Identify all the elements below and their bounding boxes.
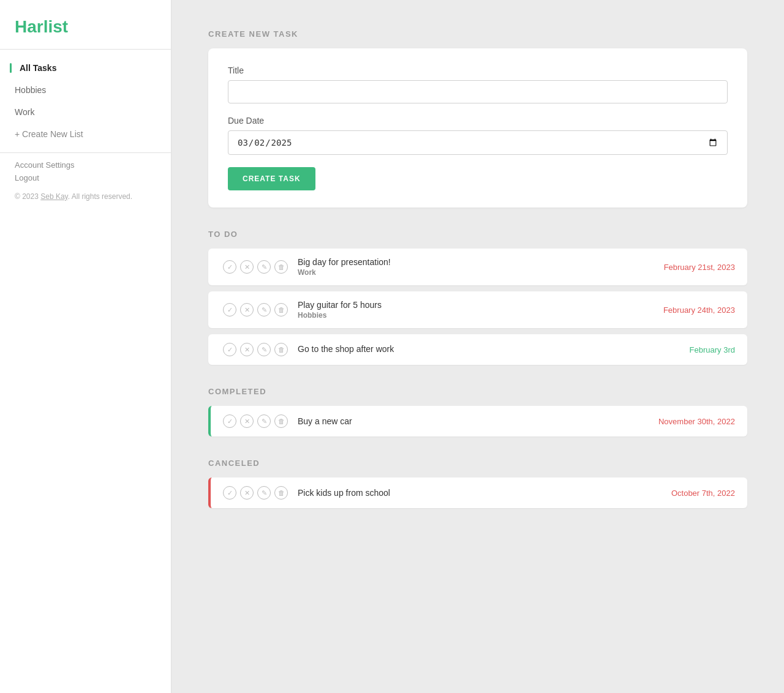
logout-link[interactable]: Logout [15, 173, 156, 182]
delete-icon[interactable]: 🗑 [274, 414, 288, 428]
app-logo: Harlist [0, 0, 171, 49]
task-action-icons: ✓ ✕ ✎ 🗑 [223, 260, 288, 274]
completed-section: COMPLETED ✓ ✕ ✎ 🗑 Buy a new car November… [208, 387, 747, 436]
create-new-list-button[interactable]: + Create New List [0, 123, 171, 145]
task-action-icons: ✓ ✕ ✎ 🗑 [223, 486, 288, 500]
cancel-icon[interactable]: ✕ [240, 260, 254, 274]
create-task-card: Title Due Date CREATE TASK [208, 48, 747, 208]
cancel-icon[interactable]: ✕ [240, 486, 254, 500]
copyright: © 2023 Seb Kay. All rights reserved. [0, 182, 171, 215]
bottom-links: Account Settings Logout [0, 160, 171, 182]
todo-section: TO DO ✓ ✕ ✎ 🗑 Big day for presentation! … [208, 230, 747, 365]
edit-icon[interactable]: ✎ [257, 303, 271, 317]
task-date: February 24th, 2023 [663, 305, 735, 315]
task-date: October 7th, 2022 [671, 489, 735, 498]
create-task-button[interactable]: CREATE TASK [228, 167, 315, 190]
sidebar-item-hobbies[interactable]: Hobbies [0, 79, 171, 101]
delete-icon[interactable]: 🗑 [274, 486, 288, 500]
cancel-icon[interactable]: ✕ [240, 414, 254, 428]
task-action-icons: ✓ ✕ ✎ 🗑 [223, 414, 288, 428]
complete-icon[interactable]: ✓ [223, 303, 236, 317]
sidebar-item-label: All Tasks [20, 63, 56, 73]
task-action-icons: ✓ ✕ ✎ 🗑 [223, 303, 288, 317]
task-item: ✓ ✕ ✎ 🗑 Big day for presentation! Work F… [208, 249, 747, 285]
canceled-section: CANCELED ✓ ✕ ✎ 🗑 Pick kids up from schoo… [208, 459, 747, 508]
cancel-icon[interactable]: ✕ [240, 343, 254, 356]
title-label: Title [228, 66, 728, 75]
todo-title: TO DO [208, 230, 747, 239]
complete-icon[interactable]: ✓ [223, 260, 236, 274]
complete-icon[interactable]: ✓ [223, 343, 236, 356]
task-item: ✓ ✕ ✎ 🗑 Play guitar for 5 hours Hobbies … [208, 291, 747, 328]
delete-icon[interactable]: 🗑 [274, 260, 288, 274]
account-settings-link[interactable]: Account Settings [15, 160, 156, 170]
bottom-divider [0, 152, 171, 153]
task-title: Go to the shop after work [298, 344, 677, 354]
cancel-icon[interactable]: ✕ [240, 303, 254, 317]
due-date-label: Due Date [228, 116, 728, 125]
task-info: Pick kids up from school [298, 488, 659, 498]
task-date: November 30th, 2022 [658, 417, 735, 426]
create-task-section: CREATE NEW TASK Title Due Date CREATE TA… [208, 29, 747, 208]
task-item: ✓ ✕ ✎ 🗑 Go to the shop after work Februa… [208, 334, 747, 365]
task-info: Buy a new car [298, 416, 646, 426]
edit-icon[interactable]: ✎ [257, 486, 271, 500]
due-date-input[interactable] [228, 130, 728, 155]
task-info: Big day for presentation! Work [298, 257, 652, 277]
task-date: February 21st, 2023 [664, 263, 735, 272]
create-task-title: CREATE NEW TASK [208, 29, 747, 39]
edit-icon[interactable]: ✎ [257, 343, 271, 356]
sidebar-item-work[interactable]: Work [0, 101, 171, 123]
nav-divider [0, 49, 171, 50]
task-list-name: Hobbies [298, 311, 651, 320]
task-list-name: Work [298, 268, 652, 277]
task-info: Go to the shop after work [298, 344, 677, 355]
task-action-icons: ✓ ✕ ✎ 🗑 [223, 343, 288, 356]
author-link[interactable]: Seb Kay [40, 192, 67, 201]
due-date-form-group: Due Date [228, 116, 728, 155]
sidebar: Harlist All Tasks Hobbies Work + Create … [0, 0, 172, 693]
task-title: Big day for presentation! [298, 257, 652, 267]
sidebar-item-label: Work [15, 107, 34, 117]
delete-icon[interactable]: 🗑 [274, 303, 288, 317]
title-input[interactable] [228, 80, 728, 103]
task-info: Play guitar for 5 hours Hobbies [298, 300, 651, 320]
main-content: CREATE NEW TASK Title Due Date CREATE TA… [172, 0, 784, 693]
sidebar-item-label: Hobbies [15, 85, 46, 95]
edit-icon[interactable]: ✎ [257, 260, 271, 274]
edit-icon[interactable]: ✎ [257, 414, 271, 428]
sidebar-item-all-tasks[interactable]: All Tasks [0, 57, 171, 79]
delete-icon[interactable]: 🗑 [274, 343, 288, 356]
completed-title: COMPLETED [208, 387, 747, 396]
complete-icon[interactable]: ✓ [223, 486, 236, 500]
task-item: ✓ ✕ ✎ 🗑 Buy a new car November 30th, 202… [208, 406, 747, 436]
title-form-group: Title [228, 66, 728, 103]
task-title: Pick kids up from school [298, 488, 659, 498]
complete-icon[interactable]: ✓ [223, 414, 236, 428]
task-title: Play guitar for 5 hours [298, 300, 651, 310]
task-date: February 3rd [690, 345, 735, 354]
task-item: ✓ ✕ ✎ 🗑 Pick kids up from school October… [208, 478, 747, 508]
task-title: Buy a new car [298, 416, 646, 426]
canceled-title: CANCELED [208, 459, 747, 468]
